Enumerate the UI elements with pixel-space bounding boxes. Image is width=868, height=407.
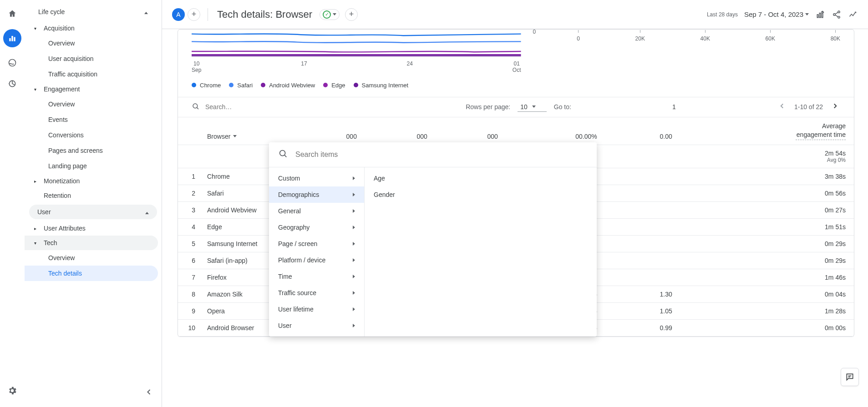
totals-avg-engagement: 2m 54s Avg 0% <box>680 145 854 168</box>
sidebar-group-acquisition[interactable]: ▾ Acquisition <box>25 21 162 35</box>
sidebar-item-user-acquisition[interactable]: User acquisition <box>25 51 162 66</box>
popover-category-label: User <box>278 322 292 329</box>
legend-item[interactable]: Chrome <box>192 82 221 89</box>
home-icon[interactable] <box>7 8 18 19</box>
popover-category-label: Time <box>278 273 292 280</box>
sidebar-item-events[interactable]: Events <box>25 112 162 127</box>
customize-report-icon[interactable] <box>815 10 825 20</box>
popover-category-item[interactable]: Time <box>269 268 364 285</box>
row-c5 <box>605 168 680 185</box>
sidebar-section-user[interactable]: User <box>29 205 157 219</box>
legend-item[interactable]: Safari <box>229 82 253 89</box>
row-index: 6 <box>178 252 199 269</box>
popover-category-item[interactable]: General <box>269 203 364 219</box>
row-avg-engagement: 0m 29s <box>680 252 854 269</box>
popover-category-label: Platform / device <box>278 256 325 264</box>
explore-icon[interactable] <box>7 57 18 68</box>
popover-search-row <box>269 142 597 167</box>
sidebar-item-landing-page[interactable]: Landing page <box>25 158 162 174</box>
table-search-input[interactable] <box>205 103 396 111</box>
popover-category-item[interactable]: Page / screen <box>269 236 364 252</box>
sidebar-item-pages-screens[interactable]: Pages and screens <box>25 143 162 158</box>
sidebar-group-monetization[interactable]: ▸ Monetization <box>25 174 162 188</box>
prev-page-button[interactable] <box>777 102 787 112</box>
svg-rect-1 <box>11 36 13 41</box>
add-comparison-button[interactable]: + <box>345 8 358 21</box>
topbar-lead: A + <box>172 8 200 21</box>
row-avg-engagement: 3m 38s <box>680 168 854 185</box>
chevron-right-icon <box>353 323 355 328</box>
popover-category-item[interactable]: User <box>269 317 364 334</box>
report-avatar[interactable]: A <box>172 8 185 21</box>
legend-item[interactable]: Samsung Internet <box>354 82 409 89</box>
table-header-avg-engagement[interactable]: Average engagement time <box>680 117 854 145</box>
popover-category-item[interactable]: Traffic source <box>269 285 364 301</box>
caret-down-icon: ▾ <box>31 87 39 92</box>
row-c5 <box>605 185 680 201</box>
line-chart-svg <box>192 30 521 57</box>
popover-category-label: General <box>278 207 301 215</box>
feedback-fab[interactable] <box>841 368 859 386</box>
collapse-sidebar-button[interactable] <box>144 387 153 399</box>
popover-category-item[interactable]: Demographics <box>269 186 364 203</box>
popover-option-item[interactable]: Gender <box>365 186 588 203</box>
admin-gear-icon[interactable] <box>7 385 18 396</box>
legend-label: Chrome <box>200 82 221 89</box>
next-page-button[interactable] <box>830 102 840 112</box>
sidebar-item-retention[interactable]: Retention <box>25 188 162 203</box>
reports-icon[interactable] <box>3 29 21 47</box>
sidebar-item-eng-overview[interactable]: Overview <box>25 96 162 112</box>
table-header-index <box>178 117 199 145</box>
sidebar-group-label-text: Retention <box>44 192 71 199</box>
row-c5: 1.05 <box>605 302 680 319</box>
svg-rect-5 <box>817 15 818 18</box>
icon-rail <box>0 0 25 407</box>
table-toolbar: Rows per page: 10 Go to: 1-10 of 22 <box>178 97 854 117</box>
advertising-icon[interactable] <box>7 78 18 89</box>
svg-point-14 <box>280 151 285 156</box>
dimension-picker-popover: CustomDemographicsGeneralGeographyPage /… <box>269 142 597 337</box>
goto-input[interactable] <box>579 102 770 111</box>
row-avg-engagement: 0m 04s <box>680 286 854 302</box>
popover-option-item[interactable]: Age <box>365 170 588 186</box>
popover-category-item[interactable]: Geography <box>269 219 364 236</box>
sidebar-group-label-text: Engagement <box>44 85 80 93</box>
date-range-picker[interactable]: Sep 7 - Oct 4, 2023 <box>744 10 809 18</box>
popover-category-item[interactable]: Custom <box>269 170 364 186</box>
row-c5 <box>605 269 680 286</box>
add-report-button[interactable]: + <box>188 8 200 21</box>
sidebar-item-tech-overview[interactable]: Overview <box>25 250 162 266</box>
row-index: 7 <box>178 269 199 286</box>
legend-label: Safari <box>237 82 253 89</box>
chevron-up-icon <box>145 208 149 216</box>
bar-axis-tick: 40K <box>700 30 710 42</box>
sidebar-section-life-cycle[interactable]: Life cycle <box>29 5 157 19</box>
share-icon[interactable] <box>832 10 842 20</box>
sidebar-item-conversions[interactable]: Conversions <box>25 127 162 143</box>
table-header-browser[interactable]: Browser <box>199 117 294 145</box>
page-title: Tech details: Browser <box>215 9 314 20</box>
legend-item[interactable]: Edge <box>323 82 345 89</box>
legend-item[interactable]: Android Webview <box>261 82 315 89</box>
popover-category-item[interactable]: User lifetime <box>269 301 364 317</box>
sidebar-group-tech[interactable]: ▾ Tech <box>25 236 158 250</box>
chevron-up-icon <box>144 8 148 15</box>
caret-down-icon <box>233 135 237 137</box>
chevron-right-icon <box>353 176 355 181</box>
sidebar-group-engagement[interactable]: ▾ Engagement <box>25 82 162 96</box>
chevron-right-icon <box>353 258 355 263</box>
status-pill[interactable]: ✓ <box>320 9 340 20</box>
rows-per-page-select[interactable]: 10 <box>518 102 547 112</box>
row-index: 8 <box>178 286 199 302</box>
sidebar-item-tech-details[interactable]: Tech details <box>25 266 158 281</box>
insights-icon[interactable] <box>848 10 858 20</box>
popover-category-label: Traffic source <box>278 289 316 296</box>
popover-search-input[interactable] <box>295 151 588 159</box>
sidebar-item-traffic-acquisition[interactable]: Traffic acquisition <box>25 66 162 82</box>
sidebar-group-user-attributes[interactable]: ▸ User Attributes <box>25 221 162 236</box>
popover-category-label: Page / screen <box>278 240 317 247</box>
popover-option-label: Age <box>374 175 385 182</box>
search-icon <box>192 102 200 112</box>
sidebar-item-acq-overview[interactable]: Overview <box>25 35 162 51</box>
popover-category-item[interactable]: Platform / device <box>269 252 364 268</box>
